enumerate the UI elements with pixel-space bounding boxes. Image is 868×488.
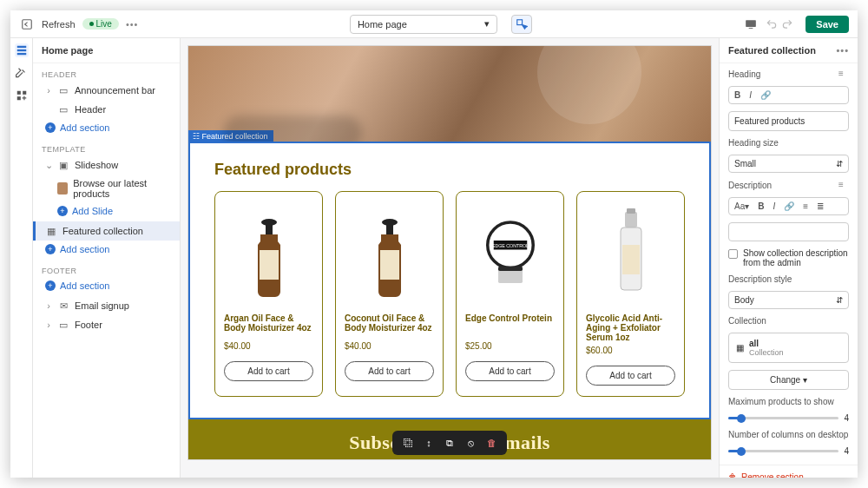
tree-item-slide-browse[interactable]: Browse our latest products <box>33 175 180 202</box>
header-group-label: HEADER <box>33 63 180 81</box>
image-icon <box>57 182 68 195</box>
section-tree: Home page HEADER › ▭ Announcement bar ▭ … <box>33 38 181 478</box>
product-price: $40.00 <box>224 341 313 351</box>
product-price: $25.00 <box>465 341 555 351</box>
max-products-value: 4 <box>844 413 849 423</box>
select-arrows-icon: ⇵ <box>836 159 843 168</box>
heading-rte-toolbar[interactable]: BI🔗 <box>728 86 849 104</box>
add-section-header[interactable]: + Add section <box>33 119 180 138</box>
exit-icon[interactable] <box>19 16 35 32</box>
save-button[interactable]: Save <box>806 16 849 33</box>
svg-rect-12 <box>260 250 279 280</box>
template-group-label: TEMPLATE <box>33 138 180 155</box>
svg-rect-7 <box>16 91 20 95</box>
tree-item-footer[interactable]: › ▭ Footer <box>33 315 180 334</box>
columns-desktop-label: Number of columns on desktop <box>728 430 848 439</box>
remove-section-button[interactable]: 🗑 Remove section <box>720 465 858 478</box>
svg-rect-21 <box>625 212 637 228</box>
more-menu[interactable]: ••• <box>126 19 139 30</box>
svg-rect-9 <box>16 96 20 100</box>
toolbar-copy-icon[interactable]: ⧉ <box>443 436 457 450</box>
product-card[interactable]: EDGE CONTROL Edge Control Protein $25.00… <box>456 191 564 397</box>
add-slide[interactable]: + Add Slide <box>33 202 180 221</box>
page-title: Home page <box>33 38 180 63</box>
chevron-down-icon: ▾ <box>484 18 490 30</box>
refresh-label[interactable]: Refresh <box>42 19 76 30</box>
panel-more-menu[interactable]: ••• <box>836 45 849 56</box>
featured-heading: Featured products <box>214 161 685 179</box>
desktop-view-icon[interactable] <box>743 16 759 32</box>
preview-canvas: ☷ Featured collection Featured products … <box>181 38 719 478</box>
max-products-label: Maximum products to show <box>728 397 834 406</box>
section-icon: ▭ <box>57 84 69 96</box>
heading-size-select[interactable]: Small⇵ <box>728 155 849 173</box>
collection-icon: ▦ <box>45 225 57 237</box>
svg-rect-6 <box>16 53 26 55</box>
collection-picker[interactable]: ▦ all Collection <box>728 333 849 363</box>
product-card[interactable]: Coconut Oil Face & Body Moisturizer 4oz … <box>335 191 444 397</box>
product-card[interactable]: Glycolic Acid Anti-Aging + Exfoliator Se… <box>576 191 685 397</box>
heading-input[interactable]: Featured products <box>728 111 849 131</box>
select-arrows-icon: ⇵ <box>836 295 843 305</box>
tree-item-featured-collection[interactable]: ▦ Featured collection <box>33 221 180 241</box>
link-icon[interactable]: 🔗 <box>784 201 794 211</box>
product-card[interactable]: Argan Oil Face & Body Moisturizer 4oz $4… <box>214 191 323 397</box>
product-price: $60.00 <box>586 346 675 355</box>
tree-item-slideshow[interactable]: ⌄ ▣ Slideshow <box>33 155 180 175</box>
undo-redo[interactable] <box>766 18 793 30</box>
toolbar-hide-icon[interactable]: ⦸ <box>464 436 477 450</box>
heading-label: Heading <box>728 69 760 79</box>
theme-settings-rail-icon[interactable] <box>15 66 29 80</box>
sections-rail-icon[interactable] <box>15 43 29 57</box>
tree-item-email-signup[interactable]: › ✉ Email signup <box>33 296 180 315</box>
plus-icon: + <box>57 206 68 216</box>
apps-rail-icon[interactable] <box>15 89 29 102</box>
add-to-cart-button[interactable]: Add to cart <box>465 361 555 381</box>
add-to-cart-button[interactable]: Add to cart <box>224 361 313 381</box>
canvas-floating-toolbar: ⿻ ↕ ⧉ ⦸ 🗑 <box>392 431 507 455</box>
left-icon-rail <box>10 38 33 478</box>
description-input[interactable] <box>728 222 849 241</box>
columns-desktop-value: 4 <box>844 446 849 456</box>
inspector-toggle[interactable] <box>511 15 532 34</box>
svg-rect-8 <box>23 91 26 95</box>
page-selector[interactable]: Home page ▾ <box>350 15 497 34</box>
product-title: Glycolic Acid Anti-Aging + Exfoliator Se… <box>586 313 675 342</box>
featured-collection-section[interactable]: Featured products Argan Oil Face & Body … <box>188 142 711 419</box>
chevron-right-icon: › <box>45 85 52 96</box>
toolbar-move-icon[interactable]: ↕ <box>422 436 436 450</box>
svg-rect-11 <box>266 222 273 234</box>
add-to-cart-button[interactable]: Add to cart <box>586 366 675 386</box>
toolbar-delete-icon[interactable]: 🗑 <box>484 436 498 450</box>
section-selection-tag: ☷ Featured collection <box>188 130 273 142</box>
description-style-select[interactable]: Body⇵ <box>728 291 849 309</box>
email-icon: ✉ <box>57 300 69 312</box>
tree-item-announcement-bar[interactable]: › ▭ Announcement bar <box>33 81 180 100</box>
dynamic-source-icon[interactable]: ≡ <box>838 180 849 190</box>
plus-icon: + <box>45 280 56 291</box>
add-to-cart-button[interactable]: Add to cart <box>345 361 434 381</box>
max-products-slider[interactable] <box>728 417 838 419</box>
svg-rect-1 <box>517 19 523 24</box>
product-title: Coconut Oil Face & Body Moisturizer 4oz <box>345 313 434 338</box>
live-badge: Live <box>82 18 119 30</box>
svg-rect-5 <box>16 49 26 51</box>
svg-rect-3 <box>749 28 753 29</box>
product-image: EDGE CONTROL <box>465 202 555 307</box>
dynamic-source-icon[interactable]: ≡ <box>838 69 849 79</box>
add-section-template[interactable]: + Add section <box>33 241 180 260</box>
link-icon[interactable]: 🔗 <box>760 90 771 100</box>
change-collection-button[interactable]: Change ▾ <box>728 370 849 390</box>
topbar: Refresh Live ••• Home page ▾ Save <box>10 10 858 38</box>
product-image <box>586 202 675 307</box>
show-description-checkbox[interactable]: Show collection description from the adm… <box>728 248 849 267</box>
tree-item-header[interactable]: ▭ Header <box>33 100 180 119</box>
svg-rect-24 <box>622 245 640 274</box>
description-label: Description <box>728 181 772 190</box>
plus-icon: + <box>45 122 56 133</box>
description-rte-toolbar[interactable]: Aa▾BI🔗≡≣ <box>728 197 849 215</box>
columns-desktop-slider[interactable] <box>728 450 838 452</box>
add-section-footer[interactable]: + Add section <box>33 277 180 296</box>
section-icon: ▭ <box>57 319 69 331</box>
toolbar-duplicate-icon[interactable]: ⿻ <box>401 436 415 450</box>
